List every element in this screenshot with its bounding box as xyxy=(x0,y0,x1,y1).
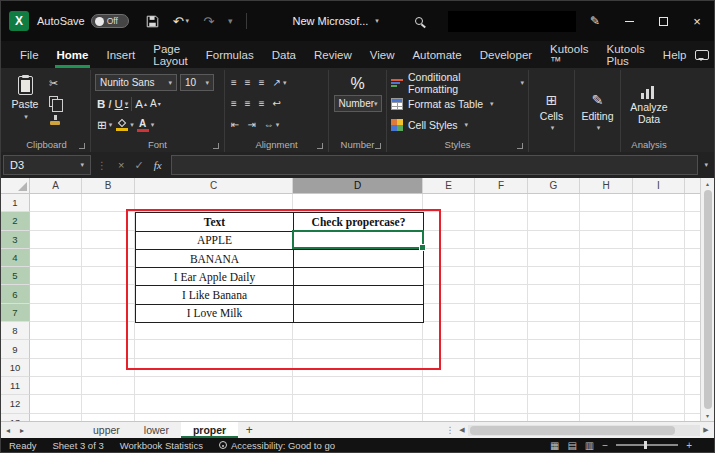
font-size-select[interactable]: 10 ▾ xyxy=(180,74,214,91)
scroll-down-icon[interactable]: ▾ xyxy=(706,412,709,419)
number-dialog-launcher[interactable] xyxy=(375,143,381,149)
grid-cell-f7[interactable] xyxy=(475,304,528,322)
column-header-c[interactable]: C xyxy=(135,178,293,193)
grid-cell-g6[interactable] xyxy=(528,285,580,303)
autosave-toggle[interactable]: Off xyxy=(91,14,129,28)
alignment-dialog-launcher[interactable] xyxy=(317,143,323,149)
clipboard-dialog-launcher[interactable] xyxy=(79,143,85,149)
ribbon-tab-review[interactable]: Review xyxy=(305,41,361,68)
horizontal-scrollbar[interactable]: ◀ ▶ xyxy=(456,422,714,438)
font-color-button[interactable]: A ▾ xyxy=(137,118,155,132)
grid-cell-g1[interactable] xyxy=(528,194,580,212)
save-icon[interactable] xyxy=(146,15,159,28)
format-as-table-button[interactable]: Format as Table ▾ xyxy=(391,93,524,114)
sheet-tab-proper[interactable]: proper xyxy=(181,422,238,438)
accessibility-status[interactable]: Accessibility: Good to go xyxy=(219,440,335,451)
scroll-up-icon[interactable]: ▴ xyxy=(706,180,709,187)
grid-cell-b13[interactable] xyxy=(82,414,135,421)
select-all-corner[interactable] xyxy=(1,178,30,193)
grid-cell-a13[interactable] xyxy=(30,414,82,421)
namebox-splitter[interactable]: ⋮ xyxy=(97,160,107,171)
grid-cell-c11[interactable] xyxy=(135,377,293,395)
grid-cell-a5[interactable] xyxy=(30,267,82,285)
excel-app-icon[interactable]: X xyxy=(9,11,29,31)
formula-input[interactable] xyxy=(171,155,699,175)
ribbon-tab-home[interactable]: Home xyxy=(48,41,98,68)
grid-cell-f8[interactable] xyxy=(475,322,528,340)
grid-cell-h5[interactable] xyxy=(580,267,633,285)
number-format-select[interactable]: Number ▾ xyxy=(334,95,382,112)
grid-cell-g5[interactable] xyxy=(528,267,580,285)
status-sheet-info[interactable]: Sheet 3 of 3 xyxy=(52,440,103,451)
enter-icon[interactable]: ✓ xyxy=(134,159,143,172)
decrease-font-button[interactable]: A▾ xyxy=(150,98,161,109)
sheet-nav-next-icon[interactable]: ▸ xyxy=(15,422,29,438)
pen-icon[interactable]: ✎ xyxy=(590,14,600,28)
grid-cell-c13[interactable] xyxy=(135,414,293,421)
grid-cell-f12[interactable] xyxy=(475,395,528,413)
column-header-i[interactable]: I xyxy=(633,178,685,193)
ribbon-tab-page-layout[interactable]: Page Layout xyxy=(144,41,197,68)
grid-cell-h3[interactable] xyxy=(580,231,633,249)
grid-cell-i9[interactable] xyxy=(633,340,685,358)
comments-icon[interactable] xyxy=(695,50,709,60)
column-header-d[interactable]: D xyxy=(293,178,423,193)
grid-cell-g11[interactable] xyxy=(528,377,580,395)
tabbar-splitter[interactable]: ⋮ xyxy=(444,422,456,438)
ribbon-tab-help[interactable]: Help xyxy=(654,41,696,68)
grid-cell-h2[interactable] xyxy=(580,212,633,230)
font-name-select[interactable]: Nunito Sans ▾ xyxy=(95,74,177,91)
grid-cell-a12[interactable] xyxy=(30,395,82,413)
grid-cell-c12[interactable] xyxy=(135,395,293,413)
ribbon-tab-automate[interactable]: Automate xyxy=(403,41,470,68)
scroll-left-icon[interactable]: ◀ xyxy=(456,426,468,434)
column-header-h[interactable]: H xyxy=(580,178,633,193)
row-header-9[interactable]: 9 xyxy=(1,340,30,358)
workbook-statistics[interactable]: Workbook Statistics xyxy=(120,440,203,451)
customize-quick-access-icon[interactable]: ▾ xyxy=(228,16,233,26)
close-button[interactable]: × xyxy=(680,1,714,41)
column-header-g[interactable]: G xyxy=(528,178,580,193)
column-header-a[interactable]: A xyxy=(30,178,82,193)
grid-cell-e12[interactable] xyxy=(423,395,475,413)
cells-button[interactable]: ⊞ Cells ▾ xyxy=(533,72,570,152)
grid-cell-b11[interactable] xyxy=(82,377,135,395)
grid-cell-h1[interactable] xyxy=(580,194,633,212)
sheet-nav-prev-icon[interactable]: ◂ xyxy=(1,422,15,438)
scroll-right-icon[interactable]: ▶ xyxy=(700,426,712,434)
grid-cell-a1[interactable] xyxy=(30,194,82,212)
row-header-10[interactable]: 10 xyxy=(1,359,30,377)
underline-button[interactable]: U ▾ xyxy=(115,98,129,110)
row-header-7[interactable]: 7 xyxy=(1,304,30,322)
grid-cell-i4[interactable] xyxy=(633,249,685,267)
align-right-button[interactable]: ≡ xyxy=(259,98,265,109)
grid-cell-g2[interactable] xyxy=(528,212,580,230)
grid-cell-i12[interactable] xyxy=(633,395,685,413)
grid-cell-h9[interactable] xyxy=(580,340,633,358)
grid-cell-i5[interactable] xyxy=(633,267,685,285)
grid-cell-d11[interactable] xyxy=(293,377,423,395)
grid-cell-a4[interactable] xyxy=(30,249,82,267)
grid-cell-f1[interactable] xyxy=(475,194,528,212)
orientation-button[interactable]: ↗▾ xyxy=(273,77,287,88)
grid-cell-i2[interactable] xyxy=(633,212,685,230)
row-header-12[interactable]: 12 xyxy=(1,395,30,413)
merge-center-button[interactable]: ⇔▾ xyxy=(264,119,280,130)
autosave-control[interactable]: AutoSave Off xyxy=(37,14,129,28)
column-header-f[interactable]: F xyxy=(475,178,528,193)
grid-cell-h4[interactable] xyxy=(580,249,633,267)
grid-cell-h7[interactable] xyxy=(580,304,633,322)
grid-cell-e13[interactable] xyxy=(423,414,475,421)
grid-cell-g12[interactable] xyxy=(528,395,580,413)
row-header-11[interactable]: 11 xyxy=(1,377,30,395)
ribbon-tab-file[interactable]: File xyxy=(11,41,48,68)
page-break-view-icon[interactable]: ▥ xyxy=(585,440,594,451)
paste-button[interactable]: Paste ▾ xyxy=(7,72,43,139)
conditional-formatting-button[interactable]: Conditional Formatting ▾ xyxy=(391,72,524,93)
row-header-8[interactable]: 8 xyxy=(1,322,30,340)
search-icon[interactable] xyxy=(415,17,423,25)
borders-button[interactable]: ⊞ ▾ xyxy=(97,118,112,132)
grid-cell-g4[interactable] xyxy=(528,249,580,267)
ribbon-tab-view[interactable]: View xyxy=(361,41,404,68)
undo-icon[interactable]: ↶ ▾ xyxy=(173,14,189,29)
